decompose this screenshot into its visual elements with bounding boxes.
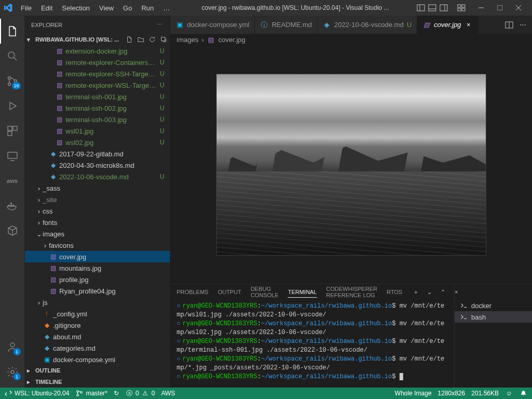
file-row[interactable]: !_config.yml xyxy=(25,308,170,320)
chevron-icon[interactable]: › xyxy=(35,184,43,192)
chevron-icon[interactable]: › xyxy=(35,207,43,215)
new-folder-icon[interactable] xyxy=(137,35,145,44)
status-filesize[interactable]: 201.56KB xyxy=(471,390,499,397)
status-whole-image[interactable]: Whole Image xyxy=(395,390,432,397)
minimize-button[interactable] xyxy=(472,0,490,16)
file-row[interactable]: ▧extension-docker.jpgU xyxy=(25,45,170,57)
chevron-up-icon[interactable]: ⌃ xyxy=(438,288,447,296)
maximize-button[interactable] xyxy=(490,0,509,16)
layout-right-icon[interactable] xyxy=(440,4,448,12)
tab-readme-md[interactable]: ⓘREADME.md xyxy=(255,16,317,34)
add-terminal-icon[interactable]: ＋ xyxy=(411,288,420,296)
chevron-icon[interactable]: › xyxy=(42,242,49,249)
menu-selection[interactable]: Selection xyxy=(58,2,94,14)
folder-row[interactable]: ›_sass xyxy=(25,182,170,194)
activity-box-icon[interactable] xyxy=(0,218,25,243)
file-row[interactable]: ▣docker-compose.yml xyxy=(25,354,170,365)
status-bell[interactable]: 🔔︎ xyxy=(520,389,528,397)
tab-cover-jpg[interactable]: ▧cover.jpg× xyxy=(417,16,478,34)
file-row[interactable]: ▧terminal-ssh-003.jpgU xyxy=(25,114,170,125)
chevron-down-icon[interactable]: ⌄ xyxy=(425,288,433,296)
terminal-output[interactable]: ○ryan@GEO-WCND1383YRS:~/workspace_rails/… xyxy=(170,300,454,388)
file-row[interactable]: ◆2017-09-22-gitlab.md xyxy=(25,148,170,159)
activity-accounts[interactable]: 1 xyxy=(0,335,25,360)
outline-section[interactable]: ▸ OUTLINE xyxy=(25,365,170,376)
close-button[interactable] xyxy=(509,0,528,16)
tab-2022-10-06-vscode-md[interactable]: ◆2022-10-06-vscode.mdU xyxy=(317,16,417,34)
terminal-item-bash[interactable]: bash xyxy=(455,311,532,323)
file-row[interactable]: ▧wsl02.jpgU xyxy=(25,137,170,148)
breadcrumb-item[interactable]: images xyxy=(177,36,198,44)
panel-tab-rtos[interactable]: RTOS xyxy=(387,287,402,297)
chevron-icon[interactable]: ⌄ xyxy=(35,230,43,238)
menu-…[interactable]: … xyxy=(159,2,174,14)
layout-customize-icon[interactable] xyxy=(457,4,466,12)
file-row[interactable]: ▧terminal-ssh-002.jpgU xyxy=(25,102,170,114)
file-row[interactable]: ▧mountains.jpg xyxy=(25,262,170,274)
activity-scm[interactable]: 16 xyxy=(0,69,25,94)
chevron-icon[interactable]: › xyxy=(35,196,43,204)
panel-tab-problems[interactable]: PROBLEMS xyxy=(177,287,208,297)
activity-remote[interactable] xyxy=(0,143,25,168)
file-row[interactable]: ◆about.md xyxy=(25,331,170,342)
status-errors[interactable]: ⓧ0 ⚠0 xyxy=(125,389,155,397)
activity-extensions[interactable] xyxy=(0,118,25,143)
activity-debug[interactable] xyxy=(0,94,25,118)
refresh-icon[interactable] xyxy=(148,35,156,44)
folder-row[interactable]: ›favicons xyxy=(25,240,170,251)
file-row[interactable]: ▧wsl01.jpgU xyxy=(25,125,170,137)
file-row[interactable]: ◆2020-04-30-microk8s.md xyxy=(25,159,170,171)
split-editor-icon[interactable] xyxy=(505,21,513,29)
file-row[interactable]: ◆2022-10-06-vscode.mdU xyxy=(25,171,170,182)
folder-row[interactable]: ›fonts xyxy=(25,217,170,228)
new-file-icon[interactable] xyxy=(125,35,134,44)
panel-tab-terminal[interactable]: TERMINAL xyxy=(288,287,317,298)
breadcrumb[interactable]: images › ▧ cover.jpg xyxy=(170,34,532,45)
workspace-header[interactable]: ▾ RWIBAWA.GITHUB.IO [WSL: ... xyxy=(25,34,170,45)
file-row[interactable]: ◆categories.md xyxy=(25,342,170,354)
activity-search[interactable] xyxy=(0,44,25,69)
timeline-section[interactable]: ▸ TIMELINE xyxy=(25,376,170,388)
terminal-item-docker[interactable]: docker xyxy=(455,300,532,311)
menu-run[interactable]: Run xyxy=(137,2,158,14)
file-row[interactable]: ▧remote-explorer-WSL-Targets.jpgU xyxy=(25,79,170,91)
status-dimensions[interactable]: 1280x826 xyxy=(438,390,466,397)
status-feedback[interactable]: ☺ xyxy=(505,389,513,397)
image-viewer[interactable] xyxy=(170,45,532,284)
tab-docker-compose-yml[interactable]: ▣docker-compose.yml xyxy=(170,16,255,34)
menu-view[interactable]: View xyxy=(95,2,118,14)
close-icon[interactable]: × xyxy=(464,21,473,29)
file-row[interactable]: ◆.gitignore xyxy=(25,320,170,331)
panel-tab-debug-console[interactable]: DEBUG CONSOLE xyxy=(250,284,278,300)
layout-panel-icon[interactable] xyxy=(417,4,425,12)
status-sync[interactable]: ↻ xyxy=(114,390,119,397)
folder-row[interactable]: ›_site xyxy=(25,194,170,205)
folder-row[interactable]: ›js xyxy=(25,297,170,308)
activity-explorer[interactable] xyxy=(0,19,25,44)
activity-docker[interactable] xyxy=(0,193,25,218)
file-row[interactable]: ▧profile.jpg xyxy=(25,274,170,285)
folder-row[interactable]: ⌄images xyxy=(25,228,170,240)
activity-aws[interactable]: aws xyxy=(0,168,25,193)
more-icon[interactable]: ⋯ xyxy=(155,21,164,29)
status-branch[interactable]: master* xyxy=(75,389,107,397)
chevron-icon[interactable]: › xyxy=(35,219,43,227)
file-row[interactable]: ▧cover.jpg xyxy=(25,251,170,262)
folder-row[interactable]: ›css xyxy=(25,205,170,217)
file-row[interactable]: ▧terminal-ssh-001.jpgU xyxy=(25,91,170,102)
menu-go[interactable]: Go xyxy=(119,2,136,14)
file-row[interactable]: ▧remote-explorer-SSH-Targets.jpgU xyxy=(25,68,170,79)
chevron-icon[interactable]: › xyxy=(35,299,43,307)
menu-file[interactable]: File xyxy=(17,2,36,14)
file-row[interactable]: ▧Ryan_profile04.jpg xyxy=(25,285,170,297)
panel-tab-output[interactable]: OUTPUT xyxy=(218,287,241,297)
activity-settings[interactable]: 1 xyxy=(0,360,25,384)
more-icon[interactable]: ⋯ xyxy=(518,21,527,29)
layout-bottom-icon[interactable] xyxy=(428,4,436,12)
file-tree[interactable]: ▧extension-docker.jpgU▧remote-explorer-C… xyxy=(25,45,170,365)
file-row[interactable]: ▧remote-explorer-Containers.jpgU xyxy=(25,57,170,68)
menu-edit[interactable]: Edit xyxy=(37,2,57,14)
breadcrumb-item[interactable]: cover.jpg xyxy=(218,36,245,44)
status-remote[interactable]: WSL: Ubuntu-20.04 xyxy=(4,389,69,397)
panel-tab-codewhisperer-reference-log[interactable]: CODEWHISPERER REFERENCE LOG xyxy=(326,284,377,300)
